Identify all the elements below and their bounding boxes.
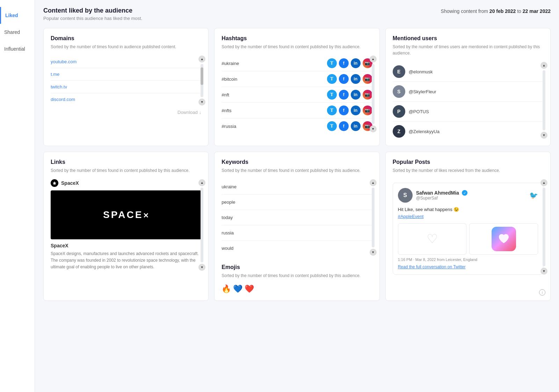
link-brand: SpaceX	[51, 179, 201, 187]
link-name: SpaceX	[51, 243, 201, 248]
username: @SkylerFleur	[409, 89, 436, 94]
keywords-card: Keywords Sorted by the number of times f…	[214, 152, 379, 301]
linkedin-icon[interactable]: in	[351, 74, 361, 84]
hashtag-row: #bitcoin 𝕋 f in 📷	[222, 71, 372, 87]
domain-item[interactable]: youtube.com	[51, 56, 201, 68]
emoji-item: ❤️	[245, 284, 254, 293]
facebook-icon[interactable]: f	[339, 90, 349, 100]
domain-item[interactable]: t.me	[51, 68, 201, 81]
post-name-row: Safwan AhmedMia ✓	[416, 190, 467, 196]
hashtags-subtitle: Sorted by the number of times found in c…	[222, 44, 372, 50]
scroll-down-arrow[interactable]: ▼	[370, 249, 377, 256]
hashtags-list: #ukraine 𝕋 f in 📷 #bitcoin 𝕋	[222, 56, 372, 132]
posts-list: S Safwan AhmedMia ✓ @SuperSaf 🐦	[393, 179, 543, 275]
sidebar: Liked Shared Influential	[0, 0, 35, 392]
users-list: E @elonmusk S @SkylerFleur P @POTUS Z	[393, 62, 543, 139]
avatar: Z	[393, 125, 405, 138]
avatar: S	[393, 85, 405, 98]
username: @elonmusk	[409, 69, 433, 74]
posts-scrollbar: ▲ ▼	[543, 179, 545, 275]
facebook-icon[interactable]: f	[339, 106, 349, 115]
users-scroll-wrapper: E @elonmusk S @SkylerFleur P @POTUS Z	[393, 62, 543, 139]
scroll-down-arrow[interactable]: ▼	[370, 125, 377, 132]
apple-health-icon	[492, 227, 516, 251]
hashtag-name: #nft	[222, 92, 229, 97]
links-scrollbar: ▲ ▼	[201, 179, 203, 271]
page-title: Content liked by the audience	[43, 7, 142, 14]
users-scrollbar: ▲ ▼	[543, 62, 545, 139]
emojis-title: Emojis	[222, 264, 372, 270]
avatar: P	[393, 105, 405, 118]
links-card: Links Sorted by the number of times foun…	[43, 152, 209, 301]
app-layout: Liked Shared Influential Content liked b…	[0, 0, 559, 392]
popular-posts-card: Popular Posts Sorted by the number of li…	[385, 152, 551, 301]
info-icon[interactable]: i	[539, 289, 545, 296]
scroll-track	[201, 64, 203, 97]
post-hashtag-link[interactable]: #AppleEvent	[398, 214, 424, 219]
date-range: Showing content from 20 feb 2022 to 22 m…	[441, 7, 551, 14]
scroll-track	[372, 188, 375, 247]
sidebar-item-influential[interactable]: Influential	[0, 41, 35, 57]
scroll-up-arrow[interactable]: ▲	[370, 179, 377, 186]
keywords-scroll-wrapper: ukraine people today russia would ▲ ▼	[222, 179, 372, 256]
posts-scroll-wrapper: S Safwan AhmedMia ✓ @SuperSaf 🐦	[393, 179, 543, 275]
social-icons: 𝕋 f in 📷	[327, 58, 372, 68]
linkedin-icon[interactable]: in	[351, 121, 361, 131]
domain-item[interactable]: twitch.tv	[51, 81, 201, 93]
link-desc: SpaceX designs, manufactures and launche…	[51, 251, 201, 271]
keywords-list: ukraine people today russia would	[222, 179, 372, 256]
download-button[interactable]: Download ↓	[51, 110, 201, 115]
post-card: S Safwan AhmedMia ✓ @SuperSaf 🐦	[393, 183, 543, 275]
scroll-track	[543, 188, 545, 266]
date-from: 20 feb 2022	[489, 8, 516, 14]
twitter-icon[interactable]: 𝕋	[327, 74, 337, 84]
domains-scroll-wrapper: youtube.com t.me twitch.tv discord.com ▲…	[51, 56, 201, 106]
page-subtitle: Popular content this audience has liked …	[43, 16, 142, 21]
linkedin-icon[interactable]: in	[351, 90, 361, 100]
facebook-icon[interactable]: f	[339, 58, 349, 68]
hashtag-name: #nfts	[222, 108, 231, 113]
mentioned-users-title: Mentioned users	[393, 35, 543, 42]
hashtag-row: #russia 𝕋 f in 📷	[222, 118, 372, 132]
keywords-title: Keywords	[222, 159, 372, 165]
twitter-icon[interactable]: 𝕋	[327, 90, 337, 100]
keyword-row: today	[222, 210, 372, 225]
scroll-up-arrow[interactable]: ▲	[540, 179, 547, 186]
scroll-up-arrow[interactable]: ▲	[370, 56, 377, 63]
user-row: S @SkylerFleur	[393, 82, 543, 102]
links-title: Links	[51, 159, 201, 165]
post-images: ♡	[398, 223, 538, 255]
mentioned-users-subtitle: Sorted by the number of times users are …	[393, 44, 543, 56]
twitter-icon[interactable]: 𝕋	[327, 121, 337, 131]
popular-posts-subtitle: Sorted by the number of likes received f…	[393, 167, 543, 174]
post-user-info: Safwan AhmedMia ✓ @SuperSaf	[416, 190, 467, 201]
scroll-down-arrow[interactable]: ▼	[540, 132, 547, 139]
sidebar-item-liked[interactable]: Liked	[0, 7, 35, 24]
instagram-icon[interactable]: 📷	[363, 74, 372, 84]
facebook-icon[interactable]: f	[339, 74, 349, 84]
twitter-icon[interactable]: 𝕋	[327, 106, 337, 115]
domain-item[interactable]: discord.com	[51, 93, 201, 106]
links-subtitle: Sorted by the number of times found in c…	[51, 167, 201, 174]
instagram-icon[interactable]: 📷	[363, 90, 372, 100]
scroll-up-arrow[interactable]: ▲	[540, 62, 547, 69]
scroll-up-arrow[interactable]: ▲	[198, 56, 205, 63]
emojis-row: 🔥 💙 ❤️	[222, 284, 372, 293]
domains-list: youtube.com t.me twitch.tv discord.com	[51, 56, 201, 106]
spacex-brand-icon	[51, 179, 58, 187]
scroll-down-arrow[interactable]: ▼	[198, 264, 205, 271]
sidebar-item-shared[interactable]: Shared	[0, 24, 35, 41]
scroll-down-arrow[interactable]: ▼	[540, 268, 547, 275]
hashtag-name: #ukraine	[222, 61, 239, 66]
read-full-link[interactable]: Read the full conversation on Twitter	[398, 264, 466, 269]
scroll-down-arrow[interactable]: ▼	[198, 99, 205, 106]
facebook-icon[interactable]: f	[339, 121, 349, 131]
linkedin-icon[interactable]: in	[351, 106, 361, 115]
linkedin-icon[interactable]: in	[351, 58, 361, 68]
scroll-up-arrow[interactable]: ▲	[198, 179, 205, 186]
links-scroll-wrapper: SpaceX SPACE✕ SpaceX SpaceX designs, man…	[51, 179, 201, 271]
keywords-subtitle: Sorted by the number of times found in c…	[222, 167, 372, 174]
twitter-icon[interactable]: 𝕋	[327, 58, 337, 68]
instagram-icon[interactable]: 📷	[363, 106, 372, 115]
links-list: SpaceX SPACE✕ SpaceX SpaceX designs, man…	[51, 179, 201, 271]
